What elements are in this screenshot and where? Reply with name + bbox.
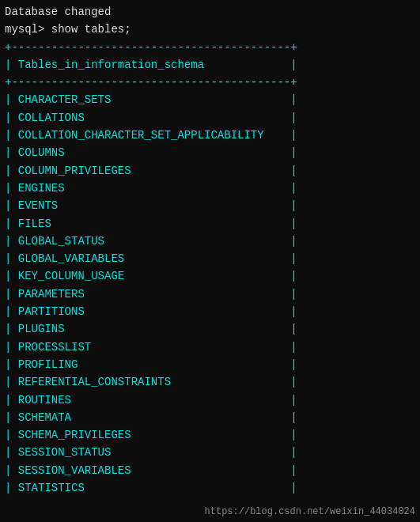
watermark: https://blog.csdn.net/weixin_44034024 [205, 506, 415, 517]
divider-top: +---------------------------------------… [0, 39, 420, 56]
row-statistics: | STATISTICS | [0, 479, 420, 497]
divider-mid: +---------------------------------------… [0, 74, 420, 91]
row-schema-privileges: | SCHEMA_PRIVILEGES | [0, 426, 420, 444]
table-header: | Tables_in_information_schema | [0, 56, 420, 74]
row-partitions: | PARTITIONS | [0, 303, 420, 320]
row-parameters: | PARAMETERS | [0, 286, 420, 303]
row-collation-charset: | COLLATION_CHARACTER_SET_APPLICABILITY … [0, 127, 420, 144]
row-collations: | COLLATIONS | [0, 109, 420, 127]
row-profiling: | PROFILING | [0, 356, 420, 373]
row-events: | EVENTS | [0, 197, 420, 214]
row-character-sets: | CHARACTER_SETS | [0, 91, 420, 108]
prompt-line: mysql> show tables; [0, 21, 420, 38]
terminal-window: Database changed mysql> show tables; +--… [0, 0, 420, 522]
row-files: | FILES | [0, 215, 420, 233]
row-columns: | COLUMNS | [0, 144, 420, 161]
row-referential-constraints: | REFERENTIAL_CONSTRAINTS | [0, 373, 420, 391]
row-session-variables: | SESSION_VARIABLES | [0, 462, 420, 479]
row-column-privileges: | COLUMN_PRIVILEGES | [0, 162, 420, 180]
row-global-status: | GLOBAL_STATUS | [0, 233, 420, 250]
row-plugins: | PLUGINS | [0, 320, 420, 338]
row-processlist: | PROCESSLIST | [0, 339, 420, 356]
db-changed-line: Database changed [0, 3, 420, 21]
row-routines: | ROUTINES | [0, 392, 420, 409]
row-engines: | ENGINES | [0, 180, 420, 197]
row-key-column-usage: | KEY_COLUMN_USAGE | [0, 267, 420, 285]
row-global-variables: | GLOBAL_VARIABLES | [0, 250, 420, 267]
row-schemata: | SCHEMATA | [0, 409, 420, 426]
row-session-status: | SESSION_STATUS | [0, 444, 420, 461]
